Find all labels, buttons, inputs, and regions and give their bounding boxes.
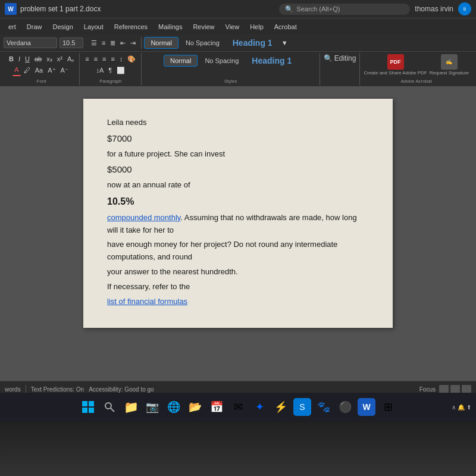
underline-btn[interactable]: U xyxy=(23,54,32,64)
windows-logo xyxy=(82,400,95,414)
bullets-btn[interactable]: ☰ xyxy=(89,38,99,48)
title-bar: W problem set 1 part 2.docx 🔍 Search (Al… xyxy=(0,0,476,18)
decrease-font-btn[interactable]: A⁻ xyxy=(59,65,70,75)
accessibility-status[interactable]: Accessibility: Good to go xyxy=(89,386,154,393)
styles-heading-btn2[interactable]: Heading 1 xyxy=(246,54,298,67)
blue-app-btn[interactable]: S xyxy=(293,398,311,416)
request-sig-btn[interactable]: ✍ Request Signature xyxy=(430,54,469,76)
decrease-indent-btn[interactable]: ⇤ xyxy=(118,38,127,48)
italic-btn[interactable]: I xyxy=(17,54,22,64)
create-pdf-label: Create and Share Adobe PDF xyxy=(364,71,427,76)
multilevel-btn[interactable]: ≣ xyxy=(108,38,117,48)
request-sig-icon: ✍ xyxy=(441,54,458,70)
menu-review[interactable]: Review xyxy=(188,21,219,32)
menu-view[interactable]: View xyxy=(221,21,245,32)
request-sig-label: Request Signature xyxy=(430,71,469,76)
editing-btns: 🔍 Editing xyxy=(324,54,356,62)
menu-mailings[interactable]: Mailings xyxy=(154,21,187,32)
document-content: Leila needs $7000 for a future project. … xyxy=(107,117,369,308)
menu-acrobat[interactable]: Acrobat xyxy=(270,21,302,32)
border-btn[interactable]: ⬜ xyxy=(115,65,127,75)
edge-btn[interactable]: 🌐 xyxy=(165,398,183,416)
doc-line4: $5000 xyxy=(107,162,369,177)
styles-row: Normal No Spacing Heading 1 ▼ xyxy=(144,36,289,49)
font-color-btn[interactable]: A xyxy=(12,65,20,76)
svg-rect-0 xyxy=(82,401,87,406)
menu-help[interactable]: Help xyxy=(245,21,268,32)
doc-line10-text: If necessary, refer to the xyxy=(107,282,190,291)
acrobat-group: PDF Create and Share Adobe PDF ✍ Request… xyxy=(360,53,472,85)
font-case-btn[interactable]: Aa xyxy=(33,65,45,75)
file-manager-btn[interactable]: 📁 xyxy=(122,398,140,416)
system-tray-icons: ∧ 🔔 ⬆ xyxy=(452,404,471,411)
teams-btn[interactable]: 📷 xyxy=(143,398,161,416)
shading-btn[interactable]: 🎨 xyxy=(126,54,137,64)
align-center-btn[interactable]: ≡ xyxy=(92,54,99,64)
power-btn[interactable]: ⚡ xyxy=(272,398,290,416)
menu-design[interactable]: Design xyxy=(48,21,78,32)
menu-references[interactable]: References xyxy=(109,21,152,32)
font-format-btns: B I U ab x₂ x² Aₐ xyxy=(7,54,76,64)
menu-ert[interactable]: ert xyxy=(4,21,21,32)
financial-formulas-link[interactable]: list of financial formulas xyxy=(107,297,187,306)
menu-layout[interactable]: Layout xyxy=(79,21,108,32)
paragraph-btns: ☰ ≡ ≣ ⇤ ⇥ xyxy=(89,38,137,48)
justify-btn[interactable]: ≡ xyxy=(109,54,117,64)
style-nospacing-btn[interactable]: No Spacing xyxy=(180,37,226,48)
clear-format-btn[interactable]: Aₐ xyxy=(65,54,76,64)
doc-line1: Leila needs xyxy=(107,117,369,129)
calendar-btn[interactable]: 📅 xyxy=(208,398,226,416)
word-taskbar-btn[interactable]: W xyxy=(358,398,375,416)
bold-btn[interactable]: B xyxy=(7,54,15,64)
strikethrough-btn[interactable]: ab xyxy=(33,54,43,64)
search-bar[interactable]: 🔍 Search (Alt+Q) xyxy=(279,4,410,15)
highlight-btn[interactable]: 🖊 xyxy=(22,65,32,75)
line-spacing-btn[interactable]: ↕ xyxy=(118,54,125,64)
styles-btns: Normal No Spacing Heading 1 xyxy=(164,54,298,67)
align-right-btn[interactable]: ≡ xyxy=(101,54,108,64)
text-predictions-status[interactable]: Text Predictions: On xyxy=(31,386,84,393)
dark-btn[interactable]: ⚫ xyxy=(336,398,354,416)
document-area: Leila needs $7000 for a future project. … xyxy=(0,87,476,381)
menu-draw[interactable]: Draw xyxy=(22,21,47,32)
align-left-btn[interactable]: ≡ xyxy=(83,54,90,64)
editing-group: 🔍 Editing xyxy=(320,53,361,85)
wolf-btn[interactable]: 🐾 xyxy=(315,398,333,416)
numbering-btn[interactable]: ≡ xyxy=(100,38,107,48)
superscript-btn[interactable]: x² xyxy=(55,54,64,64)
doc-line3: for a future project. She can invest xyxy=(107,148,369,161)
dropbox-btn[interactable]: ✦ xyxy=(250,398,268,416)
grid-btn[interactable]: ⊞ xyxy=(379,398,397,416)
explorer-btn[interactable]: 📂 xyxy=(186,398,204,416)
start-menu-btn[interactable] xyxy=(79,398,97,416)
create-pdf-icon: PDF xyxy=(387,54,404,70)
font-size-input[interactable] xyxy=(60,37,83,48)
svg-point-4 xyxy=(105,403,111,409)
mail-btn[interactable]: ✉ xyxy=(229,398,247,416)
subscript-btn[interactable]: x₂ xyxy=(45,54,54,64)
create-share-btn[interactable]: PDF Create and Share Adobe PDF xyxy=(364,54,427,76)
ribbon-bottom: B I U ab x₂ x² Aₐ A 🖊 Aa A⁺ A⁻ Font xyxy=(0,52,476,86)
focus-btn[interactable]: Focus xyxy=(419,386,436,393)
search-edit-icon: 🔍 xyxy=(324,54,333,62)
taskbar-search-btn[interactable] xyxy=(101,398,118,416)
increase-indent-btn[interactable]: ⇥ xyxy=(129,38,137,48)
styles-nospace-btn2[interactable]: No Spacing xyxy=(199,55,245,66)
styles-normal-btn2[interactable]: Normal xyxy=(164,55,198,67)
font-name-input[interactable] xyxy=(4,37,57,48)
editing-label: Editing xyxy=(334,54,356,62)
show-para-btn[interactable]: ¶ xyxy=(107,65,114,75)
styles-more-btn[interactable]: ▼ xyxy=(280,38,290,48)
editing-btn[interactable]: 🔍 Editing xyxy=(324,54,356,62)
increase-font-btn[interactable]: A⁺ xyxy=(46,65,57,75)
para-extra-btns: ↕A ¶ ⬜ xyxy=(94,65,127,75)
user-name: thomas irvin xyxy=(415,5,453,13)
user-avatar: ti xyxy=(458,2,471,15)
style-heading1-btn[interactable]: Heading 1 xyxy=(227,36,278,49)
sort-btn[interactable]: ↕A xyxy=(94,65,105,75)
doc-line2: $7000 xyxy=(107,131,369,146)
title-bar-left: W problem set 1 part 2.docx xyxy=(5,3,274,15)
word-count: words xyxy=(5,386,21,393)
doc-line8: have enough money for her project? Do no… xyxy=(107,239,369,264)
style-normal-btn[interactable]: Normal xyxy=(144,37,178,49)
